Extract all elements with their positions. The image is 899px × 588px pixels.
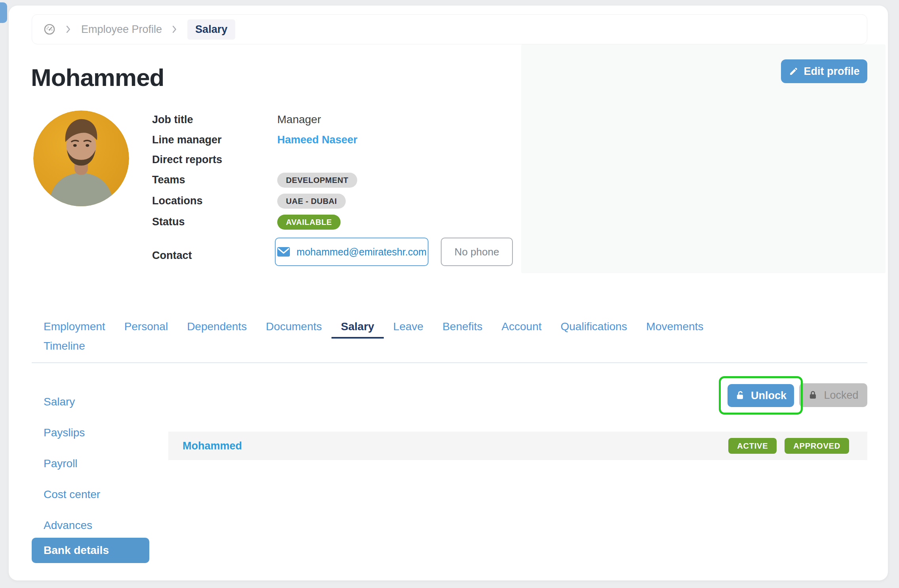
- tab-personal[interactable]: Personal: [124, 320, 168, 333]
- breadcrumb-employee-profile[interactable]: Employee Profile: [81, 23, 162, 36]
- locked-button[interactable]: Locked: [799, 383, 867, 407]
- tab-documents[interactable]: Documents: [266, 320, 322, 333]
- tab-qualifications[interactable]: Qualifications: [561, 320, 627, 333]
- sidebar-edge-handle[interactable]: [0, 2, 7, 23]
- tab-movements[interactable]: Movements: [646, 320, 704, 333]
- field-label-direct-reports: Direct reports: [152, 154, 222, 166]
- breadcrumb: Employee Profile Salary: [32, 14, 867, 44]
- main-content-card: Employee Profile Salary Mohammed Edit pr…: [9, 6, 888, 580]
- profile-tabs: Employment Personal Dependents Documents…: [44, 320, 703, 333]
- tabs-divider: [32, 362, 867, 363]
- field-value-job-title: Manager: [277, 113, 321, 126]
- envelope-icon: [277, 246, 290, 257]
- approved-badge: APPROVED: [785, 438, 849, 454]
- breadcrumb-current-salary: Salary: [187, 19, 235, 40]
- tab-benefits[interactable]: Benefits: [442, 320, 482, 333]
- salary-nav-advances[interactable]: Advances: [44, 519, 92, 532]
- locked-label: Locked: [824, 389, 858, 402]
- tab-timeline[interactable]: Timeline: [44, 340, 85, 352]
- field-label-job-title: Job title: [152, 114, 193, 126]
- pencil-icon: [789, 67, 798, 76]
- tab-salary[interactable]: Salary: [341, 320, 374, 333]
- chevron-right-icon: [66, 26, 71, 33]
- location-badge: UAE - DUBAI: [277, 194, 346, 209]
- unlock-button[interactable]: Unlock: [728, 384, 794, 407]
- active-badge: ACTIVE: [728, 438, 777, 454]
- unlock-padlock-icon: [735, 390, 745, 401]
- field-label-contact: Contact: [152, 249, 192, 262]
- edit-profile-label: Edit profile: [804, 65, 860, 78]
- email-address: mohammed@emirateshr.com: [297, 246, 427, 258]
- field-label-locations: Locations: [152, 195, 203, 207]
- edit-profile-button[interactable]: Edit profile: [781, 59, 867, 83]
- tab-employment[interactable]: Employment: [44, 320, 105, 333]
- tab-dependents[interactable]: Dependents: [187, 320, 247, 333]
- salary-record-row[interactable]: Mohammed ACTIVE APPROVED: [168, 432, 867, 460]
- email-button[interactable]: mohammed@emirateshr.com: [275, 238, 429, 266]
- no-phone-label: No phone: [455, 246, 499, 258]
- dashboard-gauge-icon[interactable]: [43, 23, 56, 36]
- field-label-line-manager: Line manager: [152, 134, 222, 146]
- employee-profile-page: Employee Profile Salary Mohammed Edit pr…: [0, 0, 899, 588]
- salary-nav-cost-center[interactable]: Cost center: [44, 488, 100, 501]
- unlock-label: Unlock: [751, 390, 787, 402]
- tab-account[interactable]: Account: [501, 320, 541, 333]
- avatar: [33, 110, 129, 206]
- chevron-right-icon: [172, 26, 177, 33]
- salary-nav-payroll[interactable]: Payroll: [44, 457, 78, 470]
- no-phone-button[interactable]: No phone: [441, 238, 513, 266]
- team-badge: DEVELOPMENT: [277, 173, 357, 188]
- page-title: Mohammed: [31, 63, 164, 91]
- record-name-link[interactable]: Mohammed: [183, 440, 242, 452]
- field-label-status: Status: [152, 216, 185, 228]
- tab-leave[interactable]: Leave: [393, 320, 423, 333]
- padlock-icon: [808, 390, 818, 400]
- status-badge: AVAILABLE: [277, 215, 341, 230]
- salary-nav-salary[interactable]: Salary: [44, 396, 75, 408]
- field-label-teams: Teams: [152, 174, 185, 186]
- line-manager-link[interactable]: Hameed Naseer: [277, 134, 358, 146]
- salary-nav-payslips[interactable]: Payslips: [44, 426, 85, 439]
- salary-nav-bank-details-active[interactable]: Bank details: [32, 538, 149, 563]
- record-badges: ACTIVE APPROVED: [728, 438, 849, 454]
